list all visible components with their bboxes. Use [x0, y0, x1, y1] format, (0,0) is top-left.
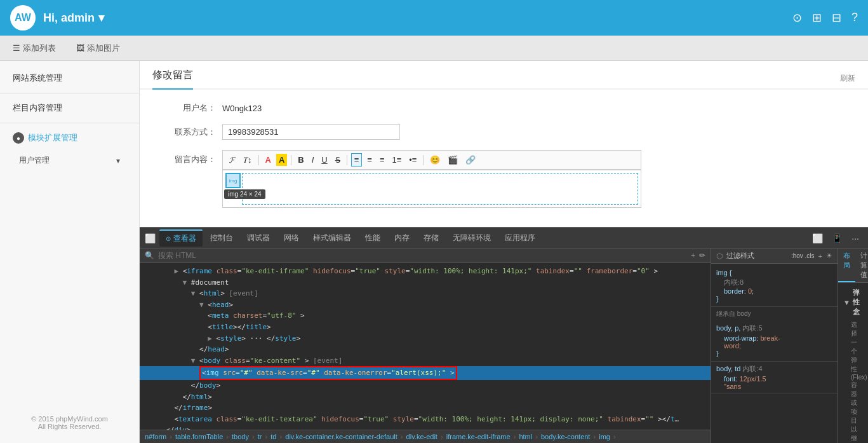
breadcrumb-img[interactable]: img — [599, 433, 610, 440]
html-line-textarea[interactable]: <textarea class="ke-edit-textarea" hidef… — [140, 414, 686, 425]
add-list-button[interactable]: ☰ 添加列表 — [8, 40, 61, 57]
font-size-button[interactable]: 𝑇↕ — [241, 154, 255, 167]
italic-button[interactable]: I — [309, 154, 317, 166]
tab-network[interactable]: 网络 — [277, 230, 305, 246]
sidebar: 网站系统管理 栏目内容管理 ● 模块扩展管理 用户管理 ▾ © 2015 php… — [0, 61, 140, 443]
breadcrumb-tbody[interactable]: tbody — [232, 433, 249, 440]
list-ul-button[interactable]: •≡ — [406, 154, 419, 166]
breadcrumb-body[interactable]: body.ke-content — [541, 433, 590, 440]
header: AW Hi, admin ▾ ⊙ ⊞ ⊟ ? — [0, 0, 868, 36]
sidebar-item-module[interactable]: ● 模块扩展管理 — [0, 126, 139, 150]
storage-tab-label: 存储 — [424, 233, 439, 243]
tab-performance[interactable]: 性能 — [359, 230, 387, 246]
tab-inspector[interactable]: ⊙ 查看器 — [159, 229, 203, 247]
html-line-img-xss[interactable]: <img src="#" data-ke-src="#" data-ke-one… — [140, 366, 711, 380]
tab-storage[interactable]: 存储 — [417, 230, 445, 246]
tab-accessibility[interactable]: 无障碍环境 — [446, 230, 497, 246]
header-left: AW Hi, admin ▾ — [10, 5, 104, 31]
body-td-prop-font[interactable]: font: 12px/1.5 — [716, 375, 832, 383]
body-prop-wordwrap2[interactable]: word; — [716, 342, 832, 350]
sidebar-item-system[interactable]: 网站系统管理 — [0, 66, 139, 90]
breadcrumb-div-ke-edit[interactable]: div.ke-edit — [406, 433, 437, 440]
breadcrumb-tr[interactable]: tr — [258, 433, 262, 440]
img-prop-inline[interactable]: 内联:8 — [716, 278, 832, 287]
html-line-title[interactable]: <title></title> — [140, 322, 711, 333]
html-search-input[interactable] — [158, 251, 687, 260]
toolbar: ☰ 添加列表 🖼 添加图片 — [0, 36, 868, 61]
breadcrumb-form[interactable]: n#form — [145, 433, 166, 440]
html-line-html-close[interactable]: </html> — [140, 392, 711, 403]
apps-icon[interactable]: ⊟ — [832, 11, 841, 25]
body-td-prop-font2[interactable]: "sans — [716, 383, 832, 390]
media-button[interactable]: 🎬 — [445, 154, 460, 166]
contact-input[interactable] — [222, 124, 400, 140]
circle-icon[interactable]: ⊙ — [792, 11, 802, 25]
html-line-iframe[interactable]: ▶ <iframe class="ke-edit-iframe" hidefoc… — [140, 266, 711, 277]
search-icon: 🔍 — [145, 251, 154, 260]
tab-style-editor[interactable]: 样式编辑器 — [307, 230, 357, 246]
strikethrough-button[interactable]: S̶ — [333, 154, 343, 166]
breadcrumb-iframe[interactable]: iframe.ke-edit-iframe — [446, 433, 511, 440]
html-line-body-close[interactable]: </body> — [140, 380, 711, 392]
grid-icon[interactable]: ⊞ — [812, 11, 822, 25]
content-header: 修改留言 刷新 — [140, 61, 868, 90]
link-button[interactable]: 🔗 — [463, 154, 478, 166]
html-line-html[interactable]: ▼ <html> [event] — [140, 288, 711, 299]
font-button[interactable]: 𝓕 — [227, 154, 238, 167]
add-node-icon[interactable]: + — [691, 251, 695, 260]
refresh-button[interactable]: 刷新 — [840, 73, 855, 84]
phone-icon[interactable]: 📱 — [828, 231, 846, 246]
devtools: ⬜ ⊙ 查看器 控制台 调试器 网络 样式编辑器 性能 — [140, 227, 868, 443]
emoji-button[interactable]: 😊 — [427, 154, 443, 166]
text-color-button[interactable]: A — [276, 154, 287, 166]
responsive-icon[interactable]: ⬜ — [808, 231, 827, 246]
more-icon[interactable]: ··· — [848, 231, 863, 246]
footer-line2: All Rights Reserved. — [10, 423, 129, 430]
username-row: 用户名： W0ngk123 — [165, 102, 843, 114]
html-line-head[interactable]: ▼ <head> — [140, 299, 711, 311]
font-color-button[interactable]: A — [263, 154, 274, 166]
sep3 — [347, 155, 347, 165]
align-left-button[interactable]: ≡ — [351, 153, 363, 167]
chevron-icon[interactable]: ▾ — [98, 11, 104, 25]
html-code: ▶ <iframe class="ke-edit-iframe" hidefoc… — [140, 263, 711, 430]
sidebar-item-content[interactable]: 栏目内容管理 — [0, 96, 139, 120]
breadcrumb-html[interactable]: html — [519, 433, 532, 440]
edit-icon[interactable]: ✏ — [699, 251, 705, 260]
html-line-div-close[interactable]: </div> — [140, 425, 711, 430]
tab-debugger[interactable]: 调试器 — [241, 230, 276, 246]
breadcrumb-div-ke-container[interactable]: div.ke-container.ke-container-default — [285, 433, 397, 440]
html-line-style[interactable]: ▶ <style> ··· </style> — [140, 333, 711, 344]
sun-icon[interactable]: ☀ — [826, 252, 832, 260]
tab-memory[interactable]: 内存 — [388, 230, 416, 246]
chevron-flexbox-icon[interactable]: ▼ — [843, 299, 850, 306]
breadcrumb-table[interactable]: table.formTable — [175, 433, 223, 440]
help-icon[interactable]: ? — [851, 11, 858, 25]
sidebar-subitem-user[interactable]: 用户管理 ▾ — [0, 150, 139, 171]
add-image-button[interactable]: 🖼 添加图片 — [71, 40, 125, 57]
img-prop-border[interactable]: border: 0; — [716, 287, 832, 295]
html-line-iframe-close[interactable]: </iframe> — [140, 402, 711, 414]
flexbox-section-header: ▼ 弹性盒 — [843, 288, 863, 317]
html-line-head-close[interactable]: </head> — [140, 344, 711, 355]
add-style-icon[interactable]: + — [818, 252, 822, 260]
html-line-document[interactable]: ▼ #document — [140, 277, 711, 289]
bold-button[interactable]: B — [295, 154, 306, 166]
inspector-tab-label: 查看器 — [173, 233, 196, 244]
hover-cls-label[interactable]: :hov .cls — [791, 252, 815, 259]
underline-button[interactable]: U — [319, 154, 330, 166]
tab-computed[interactable]: 计算值 — [855, 249, 868, 282]
list-ol-button[interactable]: 1≡ — [389, 154, 404, 166]
html-line-body[interactable]: ▼ <body class="ke-content" > [event] — [140, 355, 711, 367]
html-line-meta[interactable]: <meta charset="utf-8" > — [140, 310, 711, 322]
align-center-button[interactable]: ≡ — [364, 154, 375, 166]
tab-layout[interactable]: 布局 — [838, 249, 855, 282]
html-search: 🔍 + ✏ — [140, 249, 711, 263]
body-prop-wordwrap[interactable]: word-wrap: break- — [716, 334, 832, 342]
tab-console[interactable]: 控制台 — [204, 230, 239, 246]
tab-application[interactable]: 应用程序 — [498, 230, 542, 246]
editor-area[interactable]: img img 24 × 24 — [222, 170, 641, 208]
img-tooltip: img 24 × 24 — [224, 189, 265, 199]
align-right-button[interactable]: ≡ — [377, 154, 387, 166]
breadcrumb-td[interactable]: td — [270, 433, 276, 440]
